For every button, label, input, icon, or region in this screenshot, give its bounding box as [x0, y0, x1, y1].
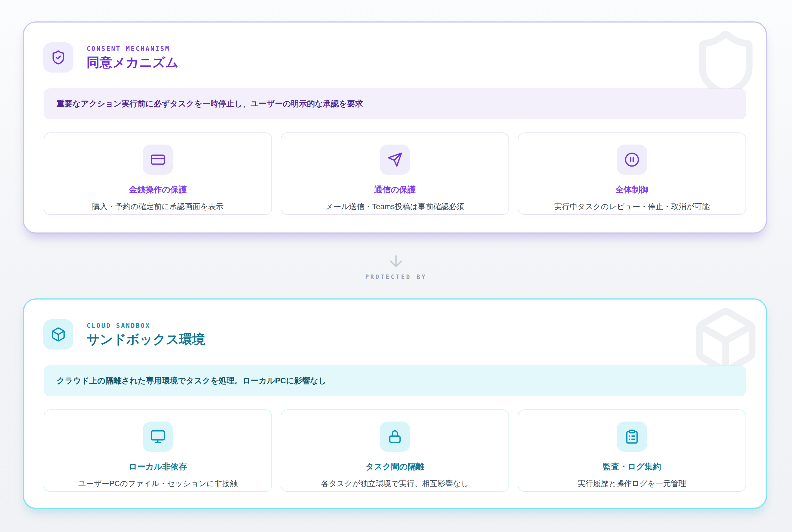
card-task-isolation: タスク間の隔離 各タスクが独立環境で実行、相互影響なし	[281, 410, 509, 492]
card-audit-logging: 監査・ログ集約 実行履歴と操作ログを一元管理	[518, 410, 746, 492]
consent-header: CONSENT MECHANISM 同意メカニズム	[43, 42, 179, 73]
sandbox-banner: クラウド上の隔離された専用環境でタスクを処理。ローカルPCに影響なし	[44, 365, 746, 396]
card-money-protection: 金銭操作の保護 購入・予約の確定前に承認画面を表示	[44, 132, 272, 215]
sandbox-header: CLOUD SANDBOX サンドボックス環境	[43, 319, 205, 349]
card-communication-protection: 通信の保護 メール送信・Teams投稿は事前確認必須	[281, 132, 509, 215]
card-global-control: 全体制御 実行中タスクのレビュー・停止・取消が可能	[518, 132, 746, 215]
protected-by-label: PROTECTED BY	[365, 274, 427, 280]
card-title: 全体制御	[615, 184, 648, 195]
consent-title: 同意メカニズム	[87, 55, 179, 70]
consent-banner-text: 重要なアクション実行前に必ずタスクを一時停止し、ユーザーの明示的な承認を要求	[57, 98, 363, 109]
card-title: 通信の保護	[374, 184, 416, 195]
send-icon	[380, 145, 410, 175]
card-description: メール送信・Teams投稿は事前確認必須	[326, 202, 464, 212]
card-description: 実行中タスクのレビュー・停止・取消が可能	[554, 202, 710, 212]
consent-panel: CONSENT MECHANISM 同意メカニズム 重要なアクション実行前に必ず…	[23, 21, 767, 233]
sandbox-banner-text: クラウド上の隔離された専用環境でタスクを処理。ローカルPCに影響なし	[57, 375, 327, 386]
monitor-icon	[143, 421, 173, 452]
card-description: 各タスクが独立環境で実行、相互影響なし	[321, 478, 469, 489]
sandbox-kicker: CLOUD SANDBOX	[87, 322, 205, 329]
consent-cards-row: 金銭操作の保護 購入・予約の確定前に承認画面を表示 通信の保護 メール送信・Te…	[44, 132, 746, 215]
shield-check-icon	[43, 42, 73, 73]
card-title: 監査・ログ集約	[603, 461, 661, 472]
card-description: 購入・予約の確定前に承認画面を表示	[92, 202, 224, 212]
pause-circle-icon	[617, 145, 647, 175]
credit-card-icon	[143, 145, 173, 175]
box-icon	[43, 319, 73, 349]
consent-banner: 重要なアクション実行前に必ずタスクを一時停止し、ユーザーの明示的な承認を要求	[44, 89, 746, 119]
consent-kicker: CONSENT MECHANISM	[87, 45, 179, 52]
sandbox-panel: CLOUD SANDBOX サンドボックス環境 クラウド上の隔離された専用環境で…	[23, 299, 767, 509]
card-title: 金銭操作の保護	[129, 184, 187, 195]
card-title: タスク間の隔離	[366, 461, 424, 472]
clipboard-list-icon	[617, 421, 647, 452]
card-title: ローカル非依存	[129, 461, 187, 472]
card-local-independence: ローカル非依存 ユーザーPCのファイル・セッションに非接触	[44, 410, 272, 492]
card-description: 実行履歴と操作ログを一元管理	[578, 478, 686, 489]
sandbox-cards-row: ローカル非依存 ユーザーPCのファイル・セッションに非接触 タスク間の隔離 各タ…	[44, 410, 746, 492]
sandbox-title: サンドボックス環境	[87, 332, 205, 347]
card-description: ユーザーPCのファイル・セッションに非接触	[78, 478, 237, 489]
arrow-down-icon	[387, 252, 405, 270]
protected-by-connector: PROTECTED BY	[0, 252, 792, 280]
lock-icon	[380, 421, 410, 452]
